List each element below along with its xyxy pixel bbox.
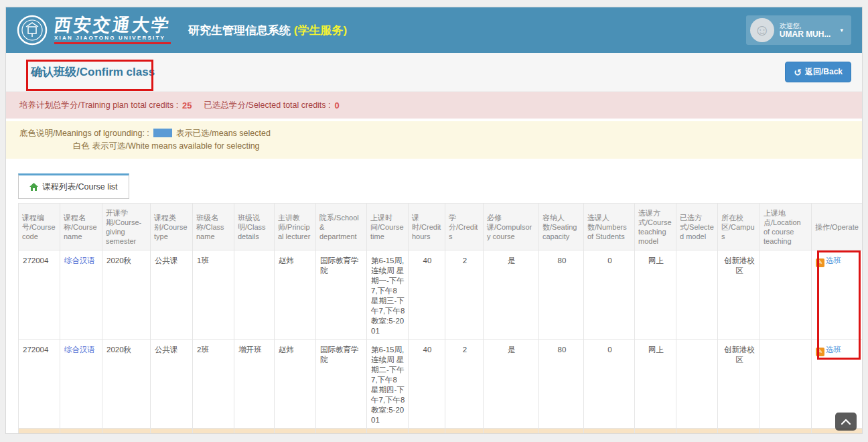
table-cell: 2020秋 [102, 340, 151, 429]
table-cell: 国际教育学院 [316, 429, 367, 435]
university-name: 西安交通大学 XIAN JIAOTONG UNIVERSITY [54, 16, 171, 44]
app-window: 西安交通大学 XIAN JIAOTONG UNIVERSITY 研究生管理信息系… [5, 7, 863, 434]
user-welcome-block: 欢迎您, UMAR MUH... [780, 22, 831, 39]
column-header: 操作/Operate [812, 204, 863, 250]
table-row: 272004综合汉语2020秋公共课1班赵炜国际教育学院第6-15周,连续周 星… [19, 250, 863, 340]
column-header: 所在校区/Campus [718, 204, 760, 250]
system-title: 研究生管理信息系统 (学生服务) [188, 23, 347, 38]
page-title: 确认班级/Confirm class [31, 64, 155, 80]
column-header: 学分/Credits [445, 204, 484, 250]
table-cell: 创新港校区 [718, 250, 760, 340]
table-cell [760, 340, 812, 429]
plan-credits-label: 培养计划总学分/Training plan total credits : [19, 100, 178, 111]
select-class-link[interactable]: ✎选班 [816, 346, 841, 354]
table-cell: 2020秋 [102, 429, 151, 435]
table-cell: 2020秋 [102, 250, 151, 340]
table-cell: 网上 [635, 429, 676, 435]
welcome-text: 欢迎您, [780, 22, 802, 29]
course-table-wrap: 课程编号/Course code课程名称/Course name开课学期/Cou… [18, 203, 855, 434]
table-cell: 是 [484, 429, 539, 435]
table-cell: 网上 [635, 250, 676, 340]
column-header: 班级名称/Class name [193, 204, 234, 250]
column-header: 主讲教师/Principal lecturer [275, 204, 316, 250]
table-cell: 第6-15周,连续周 星期一-下午 [367, 429, 409, 435]
system-subtitle: (学生服务) [294, 24, 347, 37]
table-cell: 40 [409, 250, 445, 340]
table-cell: 赵炜 [275, 340, 316, 429]
table-cell: 是 [484, 340, 539, 429]
course-name-link[interactable]: 综合汉语 [64, 346, 95, 354]
table-cell: 272004 [19, 250, 60, 340]
table-cell: 2 [445, 250, 484, 340]
table-cell: 综合汉语 [60, 340, 102, 429]
legend-line2: 白色 表示可选/White means available for select… [19, 140, 849, 153]
edit-icon: ✎ [816, 259, 824, 267]
select-class-label: 选班 [826, 256, 841, 265]
user-menu[interactable]: ☺ 欢迎您, UMAR MUH... ▾ [746, 15, 851, 45]
table-cell: 272004 [19, 340, 60, 429]
back-button[interactable]: ↺ 返回/Back [785, 62, 851, 82]
table-cell: 1班 [193, 250, 234, 340]
legend-line1-prefix: 底色说明/Meanings of lgrounding: : [19, 129, 149, 138]
tab-course-list-label: 课程列表/Course list [42, 181, 118, 193]
table-cell: 兴庆校区 [718, 429, 760, 435]
column-header: 已选方式/Selected model [676, 204, 718, 250]
selected-credits-value: 0 [335, 100, 340, 110]
table-cell: 公共课 [151, 429, 193, 435]
home-icon [29, 183, 38, 191]
tab-bar: 课程列表/Course list [18, 173, 862, 199]
chevron-up-icon [841, 419, 851, 425]
university-brand: 西安交通大学 XIAN JIAOTONG UNIVERSITY 研究生管理信息系… [17, 15, 347, 46]
legend-line1-suffix: 表示已选/means selected [176, 129, 271, 138]
table-cell: 网上 [635, 340, 676, 429]
table-cell [760, 429, 812, 435]
table-cell: 增开班 [234, 340, 275, 429]
column-header: 上课地点/Location of course teaching [760, 204, 812, 250]
column-header: 课时/Credit hours [409, 204, 445, 250]
table-cell: 是 [484, 250, 539, 340]
legend-banner: 底色说明/Meanings of lgrounding: :表示已选/means… [6, 121, 862, 159]
column-header: 选课方式/Course teaching model [635, 204, 676, 250]
logo-red-underline [54, 42, 171, 44]
column-header: 课程名称/Course name [60, 204, 102, 250]
table-cell: 公共课 [151, 340, 193, 429]
table-cell: 3班 [193, 429, 234, 435]
table-cell: 80 [539, 340, 584, 429]
table-row: 272004综合汉语2020秋公共课2班增开班赵炜国际教育学院第6-15周,连续… [19, 340, 863, 429]
table-cell: 60 [539, 429, 584, 435]
table-cell [676, 429, 718, 435]
course-name-link[interactable]: 综合汉语 [64, 256, 95, 265]
table-cell: 2 [445, 429, 484, 435]
system-title-text: 研究生管理信息系统 [188, 24, 291, 37]
chevron-down-icon[interactable]: ▾ [840, 27, 843, 33]
selected-credits-label: 已选总学分/Selected total credits : [204, 100, 331, 111]
column-header: 院系/School & department [316, 204, 367, 250]
table-cell: 国际教育学院 [316, 250, 367, 340]
back-to-top-button[interactable] [835, 413, 857, 431]
user-name: UMAR MUH... [780, 29, 831, 39]
table-cell: 综合汉语 [60, 250, 102, 340]
edit-icon: ✎ [816, 348, 824, 356]
table-cell: 80 [539, 250, 584, 340]
table-cell: 2 [445, 340, 484, 429]
table-cell: 第6-15周,连续周 星期二-下午7,下午8 星期四-下午7,下午8 教室:5-… [367, 340, 409, 429]
course-table: 课程编号/Course code课程名称/Course name开课学期/Cou… [18, 203, 863, 434]
university-name-cn: 西安交通大学 [53, 16, 172, 33]
title-bar: 确认班级/Confirm class ↺ 返回/Back [6, 53, 862, 92]
back-arrow-icon: ↺ [794, 67, 802, 78]
table-cell: 创新港校区 [718, 340, 760, 429]
table-cell: 第6-15周,连续周 星期一-下午7,下午8 星期三-下午7,下午8 教室:5-… [367, 250, 409, 340]
tab-course-list[interactable]: 课程列表/Course list [18, 173, 129, 199]
table-cell [234, 250, 275, 340]
column-header: 必修课/Compulsory course [484, 204, 539, 250]
legend-line1: 底色说明/Meanings of lgrounding: :表示已选/means… [19, 127, 849, 140]
table-cell: 赵炜 [275, 250, 316, 340]
column-header: 上课时间/Course time [367, 204, 409, 250]
select-class-link[interactable]: ✎选班 [816, 256, 841, 265]
table-cell: 40 [409, 340, 445, 429]
table-cell [760, 250, 812, 340]
table-cell: ✎选班 [812, 250, 863, 340]
university-seal-icon [17, 15, 48, 46]
table-header-row: 课程编号/Course code课程名称/Course name开课学期/Cou… [19, 204, 863, 250]
column-header: 课程编号/Course code [19, 204, 60, 250]
